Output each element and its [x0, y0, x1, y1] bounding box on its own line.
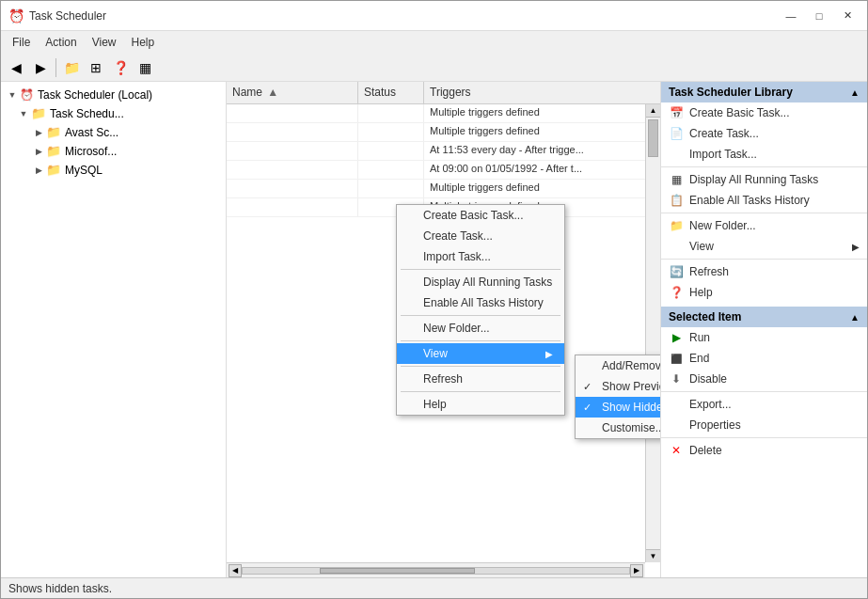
ctx-display-running[interactable]: Display All Running Tasks [397, 272, 564, 292]
cell-name-0 [227, 104, 358, 122]
submenu-customise[interactable]: Customise... [576, 418, 660, 438]
action-new-folder[interactable]: 📁 New Folder... [661, 215, 867, 236]
main-window: ⏰ Task Scheduler — □ ✕ File Action View … [0, 0, 868, 599]
cell-status-3 [358, 161, 424, 179]
cell-name-5 [227, 198, 358, 216]
action-delete[interactable]: ✕ Delete [661, 440, 867, 461]
ctx-create-basic-task[interactable]: Create Basic Task... [397, 205, 564, 226]
window-title: Task Scheduler [29, 9, 779, 23]
folder-icon-avast: 📁 [46, 125, 61, 140]
forward-button[interactable]: ▶ [29, 56, 52, 79]
h-scroll-track [242, 567, 630, 575]
menu-file[interactable]: File [5, 34, 38, 51]
title-bar: ⏰ Task Scheduler — □ ✕ [1, 1, 867, 31]
disable-icon: ⬇ [669, 371, 684, 386]
action-view-icon [669, 239, 684, 254]
ctx-new-folder[interactable]: New Folder... [397, 318, 564, 339]
cell-status-1 [358, 123, 424, 141]
check-preview-icon: ✓ [583, 381, 592, 393]
col-header-triggers[interactable]: Triggers [424, 82, 645, 103]
view-button[interactable]: ▦ [134, 56, 156, 79]
cell-triggers-0: Multiple triggers defined [424, 104, 660, 122]
ctx-view[interactable]: View ▶ [397, 343, 564, 364]
ctx-import-task[interactable]: Import Task... [397, 246, 564, 267]
cell-name-3 [227, 161, 358, 179]
cell-status-4 [358, 180, 424, 197]
tree-item-local[interactable]: ▼ ⏰ Task Scheduler (Local) [1, 86, 226, 104]
status-bar: Shows hidden tasks. [1, 577, 867, 598]
action-enable-history[interactable]: 📋 Enable All Tasks History [661, 190, 867, 211]
table-row[interactable]: Multiple triggers defined [227, 180, 660, 198]
help-button[interactable]: ❓ [109, 56, 132, 79]
tree-item-avast[interactable]: ▶ 📁 Avast Sc... [1, 123, 226, 142]
grid-button[interactable]: ⊞ [85, 56, 107, 79]
scroll-down-button[interactable]: ▼ [646, 549, 660, 562]
tree-item-library[interactable]: ▼ 📁 Task Schedu... [1, 104, 226, 123]
action-help[interactable]: ❓ Help [661, 282, 867, 303]
close-button[interactable]: ✕ [835, 6, 860, 26]
action-import-task[interactable]: Import Task... [661, 144, 867, 165]
action-sep-2 [661, 213, 867, 213]
action-display-running[interactable]: ▦ Display All Running Tasks [661, 169, 867, 190]
menu-help[interactable]: Help [124, 34, 163, 51]
action-create-task-icon: 📄 [669, 126, 684, 141]
check-hidden-icon: ✓ [583, 402, 592, 414]
cell-name-1 [227, 123, 358, 141]
maximize-button[interactable]: □ [807, 6, 831, 26]
table-row[interactable]: At 09:00 on 01/05/1992 - After t... [227, 161, 660, 180]
back-button[interactable]: ◀ [5, 56, 27, 79]
action-help-icon: ❓ [669, 285, 684, 300]
action-create-task[interactable]: 📄 Create Task... [661, 123, 867, 144]
ctx-refresh[interactable]: Refresh [397, 369, 564, 389]
tree-item-microsoft[interactable]: ▶ 📁 Microsof... [1, 142, 226, 161]
section-collapse-icon[interactable]: ▲ [850, 87, 860, 98]
ctx-create-task[interactable]: Create Task... [397, 226, 564, 246]
table-row[interactable]: At 11:53 every day - After trigge... [227, 142, 660, 161]
submenu-view: Add/Remove Columns... ✓ Show Preview Pan… [575, 355, 660, 439]
col-header-status[interactable]: Status [358, 82, 424, 103]
h-scroll-thumb[interactable] [320, 568, 474, 574]
submenu-show-preview[interactable]: ✓ Show Preview Pane [576, 376, 660, 397]
ctx-enable-history[interactable]: Enable All Tasks History [397, 292, 564, 313]
submenu-show-hidden[interactable]: ✓ Show Hidden Tasks [576, 397, 660, 418]
scroll-up-button[interactable]: ▲ [646, 104, 660, 118]
horizontal-scrollbar[interactable]: ◀ ▶ [227, 562, 645, 577]
scroll-left-button[interactable]: ◀ [229, 564, 242, 577]
sort-arrow-icon: ▲ [267, 86, 278, 99]
clock-icon: ⏰ [20, 88, 34, 102]
submenu-add-remove-cols[interactable]: Add/Remove Columns... [576, 355, 660, 376]
menu-action[interactable]: Action [38, 34, 84, 51]
action-folder-icon: 📁 [669, 218, 684, 233]
action-create-basic[interactable]: 📅 Create Basic Task... [661, 102, 867, 123]
folder-icon-mysql: 📁 [46, 163, 61, 178]
table-row[interactable]: Multiple triggers defined [227, 104, 660, 123]
minimize-button[interactable]: — [779, 6, 803, 26]
action-properties[interactable]: Properties [661, 415, 867, 435]
vertical-scrollbar[interactable]: ▲ ▼ [645, 104, 660, 562]
end-icon: ⬛ [669, 351, 684, 366]
action-sep-1 [661, 166, 867, 167]
cell-status-2 [358, 142, 424, 160]
col-header-name[interactable]: Name ▲ [227, 82, 358, 103]
action-view[interactable]: View ▶ [661, 236, 867, 257]
expand-icon-avast: ▶ [31, 125, 46, 140]
action-refresh[interactable]: 🔄 Refresh [661, 261, 867, 282]
table-row[interactable]: Multiple triggers defined [227, 123, 660, 142]
tree-label-library: Task Schedu... [50, 107, 124, 120]
menu-view[interactable]: View [85, 34, 124, 51]
scroll-right-button[interactable]: ▶ [630, 564, 643, 577]
delete-icon: ✕ [669, 443, 684, 458]
ctx-sep-4 [401, 366, 560, 367]
action-run[interactable]: ▶ Run [661, 327, 867, 348]
action-export[interactable]: Export... [661, 394, 867, 415]
scroll-thumb[interactable] [648, 119, 658, 157]
action-disable[interactable]: ⬇ Disable [661, 369, 867, 389]
folder-button[interactable]: 📁 [60, 56, 83, 79]
ctx-help[interactable]: Help [397, 394, 564, 415]
center-pane: Name ▲ Status Triggers Multiple triggers… [227, 82, 660, 577]
tree-item-mysql[interactable]: ▶ 📁 MySQL [1, 161, 226, 180]
cell-triggers-3: At 09:00 on 01/05/1992 - After t... [424, 161, 660, 179]
action-end[interactable]: ⬛ End [661, 348, 867, 369]
submenu-arrow-icon: ▶ [538, 349, 553, 359]
selected-collapse-icon[interactable]: ▲ [850, 312, 860, 323]
